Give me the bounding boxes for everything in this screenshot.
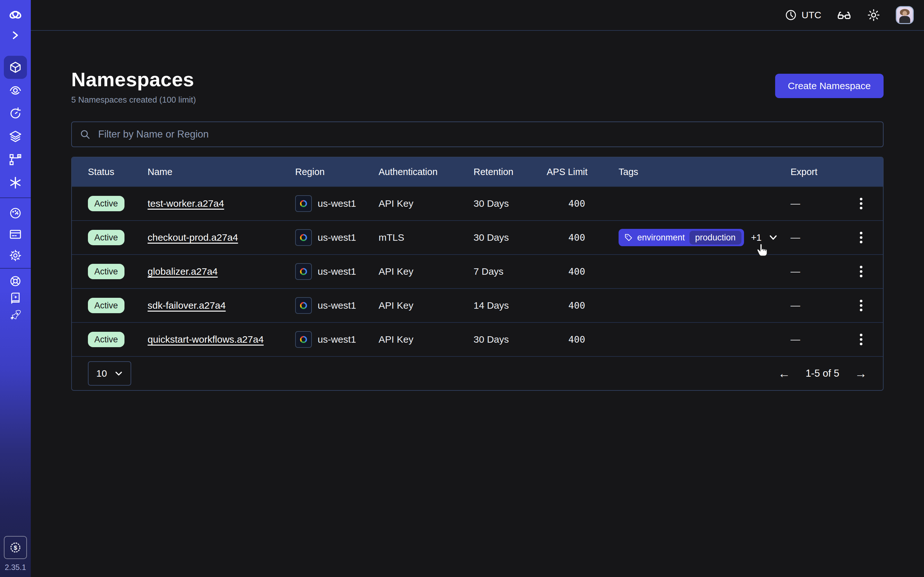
- namespaces-table: Status Name Region Authentication Retent…: [71, 157, 884, 391]
- col-export: Export: [790, 167, 846, 177]
- retention-period: 7 Days: [473, 266, 547, 277]
- namespaces-page: $ 2.35.1 UTC: [0, 0, 924, 577]
- sidebar-item-nexus[interactable]: [4, 171, 27, 194]
- tag-group: environment production +1: [619, 229, 778, 246]
- aps-limit: 400: [547, 198, 619, 209]
- sidebar-item-workflows[interactable]: [4, 148, 27, 171]
- export-status: —: [790, 198, 846, 209]
- svg-text:$: $: [14, 544, 17, 551]
- kebab-icon: [859, 266, 863, 277]
- sidebar-item-usage[interactable]: [4, 203, 27, 224]
- eye-orbit-icon: [8, 83, 23, 97]
- timezone-label: UTC: [801, 10, 821, 21]
- sidebar-item-settings[interactable]: [4, 245, 27, 266]
- prev-page-button[interactable]: ←: [778, 367, 790, 380]
- auth-method: API Key: [379, 300, 473, 311]
- row-actions-menu[interactable]: [851, 329, 871, 350]
- row-actions-menu[interactable]: [851, 193, 871, 214]
- layers-icon: [8, 129, 23, 143]
- pagination-range: 1-5 of 5: [806, 367, 839, 379]
- retention-period: 30 Days: [473, 232, 547, 243]
- kebab-icon: [859, 300, 863, 311]
- sun-icon: [867, 8, 880, 22]
- table-row[interactable]: Active checkout-prod.a27a4 us-west1 mTLS…: [72, 220, 883, 254]
- namespace-link[interactable]: quickstart-workflows.a27a4: [148, 334, 264, 345]
- gear-icon: [9, 249, 22, 262]
- region-label: us-west1: [318, 334, 356, 345]
- col-aps-limit: APS Limit: [547, 167, 619, 177]
- credits-button[interactable]: $: [4, 536, 27, 559]
- export-status: —: [790, 300, 846, 311]
- table-row[interactable]: Active sdk-failover.a27a4 us-west1 API K…: [72, 288, 883, 322]
- gcp-cloud-icon: [295, 229, 312, 246]
- tag-pill[interactable]: environment production: [619, 229, 744, 246]
- table-row[interactable]: Active test-worker.a27a4 us-west1 API Ke…: [72, 186, 883, 220]
- auth-method: API Key: [379, 198, 473, 209]
- status-badge: Active: [88, 196, 124, 211]
- status-badge: Active: [88, 264, 124, 279]
- namespace-link[interactable]: checkout-prod.a27a4: [148, 232, 238, 243]
- table-row[interactable]: Active quickstart-workflows.a27a4 us-wes…: [72, 322, 883, 356]
- namespace-link[interactable]: sdk-failover.a27a4: [148, 300, 226, 311]
- col-status: Status: [88, 167, 148, 177]
- timer-icon: [8, 106, 23, 121]
- tag-value: production: [690, 231, 741, 245]
- labs-toggle[interactable]: [837, 8, 851, 23]
- sidebar-item-onboarding[interactable]: [4, 307, 27, 324]
- next-page-button[interactable]: →: [855, 367, 867, 380]
- tag-key: environment: [637, 233, 685, 243]
- namespace-link[interactable]: test-worker.a27a4: [148, 198, 224, 209]
- status-badge: Active: [88, 230, 124, 245]
- table-footer: 10 ← 1-5 of 5 →: [72, 356, 883, 390]
- gcp-cloud-icon: [295, 195, 312, 212]
- row-actions-menu[interactable]: [851, 261, 871, 282]
- timezone-selector[interactable]: UTC: [785, 9, 821, 21]
- aps-limit: 400: [547, 300, 619, 311]
- page-subtitle: 5 Namespaces created (100 limit): [71, 95, 196, 105]
- pagination: ← 1-5 of 5 →: [778, 367, 867, 380]
- rocket-icon: [9, 309, 22, 322]
- sidebar-item-support[interactable]: [4, 272, 27, 290]
- user-avatar[interactable]: [896, 6, 914, 24]
- col-retention: Retention: [473, 167, 547, 177]
- page-size-select[interactable]: 10: [88, 361, 131, 386]
- region-label: us-west1: [318, 198, 356, 209]
- sidebar: $ 2.35.1: [0, 0, 31, 577]
- asterisk-icon: [8, 176, 23, 190]
- sidebar-divider: [0, 197, 31, 198]
- row-actions-menu[interactable]: [851, 227, 871, 248]
- sidebar-footer: $ 2.35.1: [0, 536, 31, 572]
- row-actions-menu[interactable]: [851, 295, 871, 316]
- kebab-icon: [859, 197, 863, 210]
- aps-limit: 400: [547, 334, 619, 345]
- life-ring-icon: [9, 275, 22, 287]
- filter-bar: [71, 121, 884, 147]
- filter-input[interactable]: [97, 128, 875, 141]
- create-namespace-button[interactable]: Create Namespace: [775, 74, 884, 98]
- sidebar-item-insights[interactable]: [4, 79, 27, 102]
- namespace-link[interactable]: globalizer.a27a4: [148, 266, 218, 277]
- expand-sidebar-button[interactable]: [4, 26, 27, 45]
- chevron-down-icon: [115, 369, 123, 378]
- theme-toggle[interactable]: [867, 8, 880, 22]
- table-row[interactable]: Active globalizer.a27a4 us-west1 API Key…: [72, 254, 883, 288]
- app-version: 2.35.1: [5, 563, 26, 572]
- expand-tags-chevron[interactable]: [769, 233, 778, 242]
- sidebar-item-namespaces[interactable]: [4, 56, 27, 79]
- region-label: us-west1: [318, 232, 356, 243]
- clock-icon: [785, 9, 797, 21]
- aps-limit: 400: [547, 232, 619, 243]
- sidebar-item-schedules[interactable]: [4, 102, 27, 125]
- sidebar-item-docs[interactable]: [4, 290, 27, 307]
- page-header: Namespaces 5 Namespaces created (100 lim…: [71, 67, 884, 105]
- more-tags-count: +1: [751, 232, 762, 243]
- auth-method: mTLS: [379, 232, 473, 243]
- auth-method: API Key: [379, 334, 473, 345]
- region-label: us-west1: [318, 266, 356, 277]
- sidebar-item-deployments[interactable]: [4, 125, 27, 148]
- retention-period: 30 Days: [473, 334, 547, 345]
- sidebar-item-billing[interactable]: [4, 224, 27, 245]
- status-badge: Active: [88, 298, 124, 313]
- table-header-row: Status Name Region Authentication Retent…: [72, 157, 883, 186]
- temporal-logo-icon[interactable]: [4, 4, 27, 26]
